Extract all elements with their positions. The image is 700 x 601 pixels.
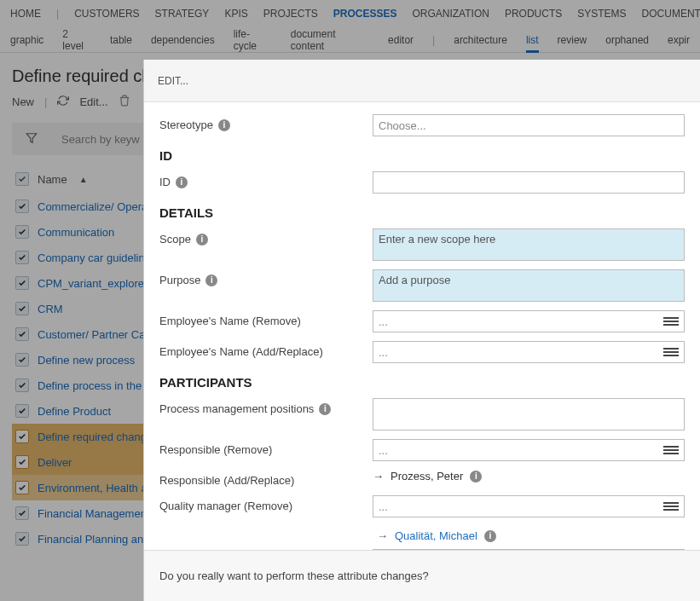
scope-input[interactable]: Enter a new scope here: [373, 228, 685, 261]
info-icon[interactable]: i: [484, 530, 496, 542]
resp-value-link[interactable]: Prozess, Peter: [390, 470, 463, 483]
list-icon[interactable]: [663, 348, 679, 356]
confirm-text: Do you really want to perform these attr…: [159, 569, 429, 582]
emp-remove-input[interactable]: ...: [373, 310, 685, 332]
resp-remove-label: Responsible (Remove): [159, 443, 272, 456]
arrow-icon: →: [373, 470, 384, 483]
id-label: ID: [159, 176, 171, 188]
qm-remove-label: Quality manager (Remove): [159, 500, 292, 512]
emp-remove-label: Employee's Name (Remove): [159, 315, 301, 327]
panel-title: EDIT...: [158, 75, 188, 87]
section-participants: PARTICIPANTS: [159, 375, 685, 390]
list-icon[interactable]: [663, 446, 679, 454]
list-icon[interactable]: [663, 317, 679, 326]
stereotype-select[interactable]: Choose...: [373, 114, 685, 136]
qm-value-link[interactable]: Qualität, Michael: [395, 529, 477, 542]
section-id: ID: [159, 148, 685, 163]
stereotype-label: Stereotype: [159, 118, 213, 131]
info-icon[interactable]: i: [470, 471, 482, 483]
purpose-input[interactable]: Add a purpose: [373, 269, 685, 302]
info-icon[interactable]: i: [196, 234, 208, 246]
pmp-label: Process management positions: [159, 402, 314, 415]
resp-add-label: Responsible (Add/Replace): [159, 474, 294, 487]
scope-label: Scope: [159, 233, 191, 246]
emp-add-input[interactable]: ...: [373, 341, 685, 363]
resp-remove-input[interactable]: ...: [373, 439, 685, 461]
id-input[interactable]: [373, 171, 685, 194]
panel-header: EDIT...: [144, 60, 700, 102]
pmp-input[interactable]: [373, 398, 685, 431]
section-details: DETAILS: [159, 205, 685, 220]
info-icon[interactable]: i: [218, 119, 230, 131]
edit-panel: EDIT... Stereotype i Choose... ID ID i D…: [143, 60, 700, 601]
list-icon[interactable]: [663, 502, 679, 511]
info-icon[interactable]: i: [319, 403, 331, 415]
arrow-icon: →: [377, 529, 388, 542]
qm-remove-input[interactable]: ...: [373, 495, 685, 517]
confirm-bar: Do you really want to perform these attr…: [144, 550, 700, 601]
purpose-label: Purpose: [159, 274, 200, 286]
info-icon[interactable]: i: [205, 274, 217, 286]
info-icon[interactable]: i: [176, 176, 188, 188]
emp-add-label: Employee's Name (Add/Replace): [159, 345, 323, 358]
